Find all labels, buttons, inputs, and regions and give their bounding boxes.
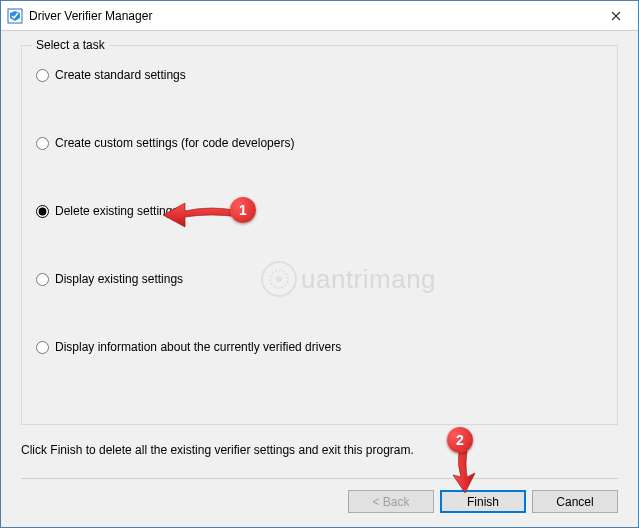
radio-label: Delete existing settings — [55, 204, 178, 218]
client-area: Select a task Create standard settings C… — [1, 31, 638, 527]
app-icon — [7, 8, 23, 24]
back-button: < Back — [348, 490, 434, 513]
task-groupbox: Select a task Create standard settings C… — [21, 45, 618, 425]
radio-input[interactable] — [36, 341, 49, 354]
window-title: Driver Verifier Manager — [29, 9, 593, 23]
radio-input[interactable] — [36, 137, 49, 150]
dialog-window: Driver Verifier Manager Select a task Cr… — [0, 0, 639, 528]
radio-display-info[interactable]: Display information about the currently … — [36, 340, 603, 354]
radio-input[interactable] — [36, 205, 49, 218]
radio-create-standard[interactable]: Create standard settings — [36, 68, 603, 82]
radio-label: Display information about the currently … — [55, 340, 341, 354]
radio-create-custom[interactable]: Create custom settings (for code develop… — [36, 136, 603, 150]
button-separator — [21, 478, 618, 479]
groupbox-legend: Select a task — [32, 38, 109, 52]
finish-button[interactable]: Finish — [440, 490, 526, 513]
close-button[interactable] — [593, 1, 638, 30]
radio-display-existing[interactable]: Display existing settings — [36, 272, 603, 286]
radio-label: Display existing settings — [55, 272, 183, 286]
radio-label: Create standard settings — [55, 68, 186, 82]
radio-input[interactable] — [36, 273, 49, 286]
button-bar: < Back Finish Cancel — [348, 490, 618, 513]
radio-input[interactable] — [36, 69, 49, 82]
instruction-text: Click Finish to delete all the existing … — [21, 443, 618, 457]
radio-delete-existing[interactable]: Delete existing settings — [36, 204, 603, 218]
cancel-button[interactable]: Cancel — [532, 490, 618, 513]
titlebar: Driver Verifier Manager — [1, 1, 638, 31]
radio-label: Create custom settings (for code develop… — [55, 136, 294, 150]
